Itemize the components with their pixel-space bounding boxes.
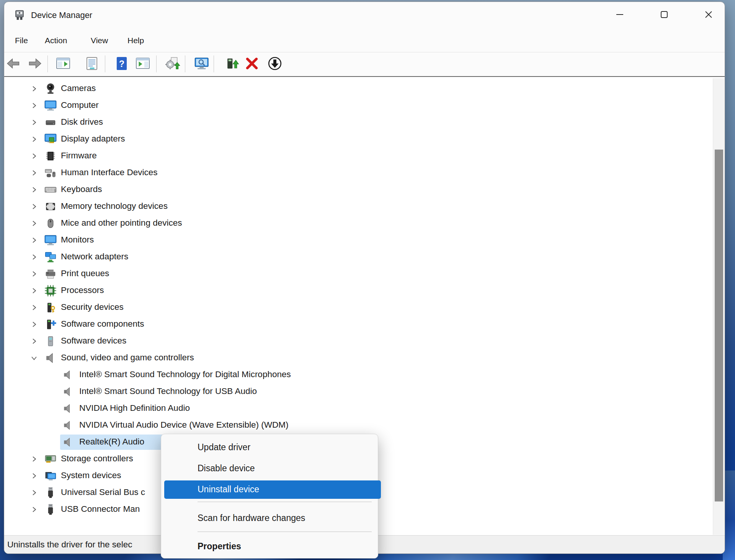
help-button[interactable]: ? xyxy=(113,54,131,75)
show-console-tree-button[interactable] xyxy=(54,54,72,75)
tree-row-processors[interactable]: Processors xyxy=(4,282,713,299)
tree-row-label: Human Interface Devices xyxy=(61,168,158,177)
chevron-right-icon[interactable] xyxy=(30,337,38,345)
forward-icon xyxy=(27,55,43,73)
context-menu-item-scan-for-hardware-changes[interactable]: Scan for hardware changes xyxy=(161,510,378,527)
tree-row-label: Mice and other pointing devices xyxy=(61,218,182,228)
tree-row-nvidia-virtual-audio-device-wave-extensible-wdm[interactable]: NVIDIA Virtual Audio Device (Wave Extens… xyxy=(4,417,713,434)
toolbar: ? xyxy=(4,52,725,77)
scan-hardware-changes-button[interactable] xyxy=(193,54,211,75)
menu-help[interactable]: Help xyxy=(125,34,146,47)
storage-icon xyxy=(44,452,57,466)
show-action-pane-button[interactable] xyxy=(134,54,152,75)
context-menu-item-properties[interactable]: Properties xyxy=(161,538,378,555)
tree-row-sound-video-and-game-controllers[interactable]: Sound, video and game controllers xyxy=(4,350,713,366)
mouse-icon xyxy=(44,217,57,230)
chevron-down-icon[interactable] xyxy=(30,354,38,362)
chevron-right-icon[interactable] xyxy=(30,253,38,261)
chevron-right-icon[interactable] xyxy=(30,220,38,227)
tree-row-label: Intel® Smart Sound Technology for Digita… xyxy=(79,370,291,379)
tree-row-firmware[interactable]: Firmware xyxy=(4,148,713,164)
add-drivers-icon xyxy=(165,55,181,73)
tree-row-label: System devices xyxy=(61,470,121,480)
context-menu-item-disable-device[interactable]: Disable device xyxy=(161,460,378,477)
chevron-right-icon[interactable] xyxy=(30,203,38,210)
update-driver-button[interactable] xyxy=(223,54,241,75)
tree-row-human-interface-devices[interactable]: Human Interface Devices xyxy=(4,164,713,181)
chevron-right-icon[interactable] xyxy=(30,287,38,295)
tree-row-label: USB Connector Man xyxy=(61,504,140,514)
tree-row-label: Security devices xyxy=(61,302,124,312)
uninstall-device-icon xyxy=(244,55,260,73)
tree-row-monitors[interactable]: Monitors xyxy=(4,232,713,249)
tree-row-label: Intel® Smart Sound Technology for USB Au… xyxy=(79,386,257,396)
security-icon xyxy=(44,301,57,314)
tree-row-label: Firmware xyxy=(61,151,97,161)
context-menu-item-label: Scan for hardware changes xyxy=(198,513,305,523)
menu-action[interactable]: Action xyxy=(42,34,69,47)
chevron-right-icon[interactable] xyxy=(30,169,38,177)
speaker-icon xyxy=(62,369,74,381)
chevron-right-icon[interactable] xyxy=(30,152,38,160)
tree-row-label: Sound, video and game controllers xyxy=(61,353,194,363)
tree-row-keyboards[interactable]: Keyboards xyxy=(4,181,713,198)
menu-file[interactable]: File xyxy=(13,34,30,47)
close-button[interactable] xyxy=(697,6,720,23)
chevron-right-icon[interactable] xyxy=(30,119,38,126)
tree-row-memory-technology-devices[interactable]: Memory technology devices xyxy=(4,198,713,215)
add-drivers-button[interactable] xyxy=(163,54,182,75)
tree-row-print-queues[interactable]: Print queues xyxy=(4,265,713,282)
chevron-right-icon[interactable] xyxy=(30,321,38,328)
tree-row-label: Processors xyxy=(61,285,104,295)
tree-row-display-adapters[interactable]: Display adapters xyxy=(4,131,713,148)
minimize-button[interactable] xyxy=(609,6,631,23)
tree-row-software-components[interactable]: Software components xyxy=(4,316,713,333)
chevron-right-icon[interactable] xyxy=(30,304,38,311)
context-menu: Update driverDisable deviceUninstall dev… xyxy=(161,434,378,558)
chevron-right-icon[interactable] xyxy=(30,472,38,480)
chevron-right-icon[interactable] xyxy=(30,236,38,244)
speaker-icon xyxy=(62,419,74,431)
tree-row-cameras[interactable]: Cameras xyxy=(4,80,713,97)
chevron-right-icon[interactable] xyxy=(30,506,38,513)
tree-row-nvidia-high-definition-audio[interactable]: NVIDIA High Definition Audio xyxy=(4,400,713,417)
disable-device-icon xyxy=(267,55,283,73)
vertical-scrollbar[interactable] xyxy=(713,78,724,535)
system-icon xyxy=(44,469,57,483)
chevron-right-icon[interactable] xyxy=(30,102,38,109)
properties-button[interactable] xyxy=(83,54,101,75)
chevron-right-icon[interactable] xyxy=(30,186,38,194)
uninstall-device-button[interactable] xyxy=(243,54,261,75)
chevron-right-icon[interactable] xyxy=(30,135,38,143)
context-menu-item-uninstall-device[interactable]: Uninstall device xyxy=(164,480,381,499)
context-menu-item-label: Disable device xyxy=(198,463,255,474)
chevron-right-icon[interactable] xyxy=(30,85,38,93)
tree-row-computer[interactable]: Computer xyxy=(4,97,713,114)
tree-row-label: Network adapters xyxy=(61,252,128,262)
tree-row-software-devices[interactable]: Software devices xyxy=(4,333,713,350)
disable-device-button[interactable] xyxy=(266,54,284,75)
back-button[interactable] xyxy=(4,54,23,75)
scan-hardware-changes-icon xyxy=(194,55,210,73)
chevron-right-icon[interactable] xyxy=(30,455,38,463)
context-menu-item-label: Uninstall device xyxy=(198,484,259,495)
chevron-right-icon[interactable] xyxy=(30,270,38,278)
speaker-icon xyxy=(62,402,74,415)
maximize-button[interactable] xyxy=(653,6,675,23)
chevron-right-icon[interactable] xyxy=(30,489,38,497)
toolbar-separator xyxy=(185,55,185,72)
context-menu-item-update-driver[interactable]: Update driver xyxy=(161,439,378,456)
tree-row-network-adapters[interactable]: Network adapters xyxy=(4,249,713,265)
forward-button[interactable] xyxy=(26,54,44,75)
tree-row-intel-smart-sound-technology-for-digital-microphones[interactable]: Intel® Smart Sound Technology for Digita… xyxy=(4,366,713,383)
scrollbar-thumb[interactable] xyxy=(715,150,723,501)
help-icon: ? xyxy=(114,55,130,73)
tree-row-mice-and-other-pointing-devices[interactable]: Mice and other pointing devices xyxy=(4,215,713,232)
speaker-icon xyxy=(44,351,57,365)
tree-row-disk-drives[interactable]: Disk drives xyxy=(4,114,713,131)
menu-view[interactable]: View xyxy=(88,34,110,47)
device-manager-app-icon xyxy=(13,8,26,22)
tree-row-intel-smart-sound-technology-for-usb-audio[interactable]: Intel® Smart Sound Technology for USB Au… xyxy=(4,383,713,400)
desktop: { "window": { "title": "Device Manager",… xyxy=(0,0,735,560)
tree-row-security-devices[interactable]: Security devices xyxy=(4,299,713,316)
